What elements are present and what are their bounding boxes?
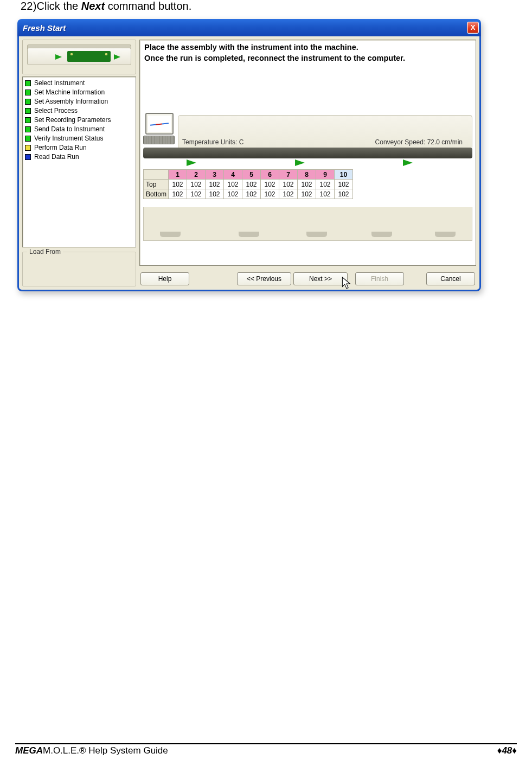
status-square-icon — [25, 99, 31, 105]
table-cell: 102 — [206, 180, 224, 189]
table-cell: 102 — [169, 189, 187, 199]
list-item: Select Instrument — [25, 79, 133, 88]
arrow-icon — [187, 159, 196, 166]
table-cell: 102 — [206, 189, 224, 199]
footer-left-bold: MEGA — [15, 745, 43, 756]
instruction-pre: Click the — [37, 0, 81, 12]
machine-foot-icon — [160, 232, 181, 237]
monitor-icon — [143, 113, 177, 148]
instruction-post: command button. — [105, 0, 191, 12]
pcb-icon — [67, 51, 111, 62]
status-square-icon — [25, 145, 31, 151]
step-label: Read Data Run — [34, 152, 79, 162]
arrow-icon — [55, 54, 62, 60]
arrow-icon — [114, 54, 120, 60]
status-square-icon — [25, 117, 31, 123]
table-cell: 102 — [242, 180, 261, 189]
help-button[interactable]: Help — [140, 272, 189, 285]
button-label: Cancel — [440, 275, 460, 283]
previous-button[interactable]: << Previous — [237, 272, 291, 285]
table-row: Bottom 102 102 102 102 102 102 102 102 — [144, 189, 353, 199]
button-label: << Previous — [247, 275, 281, 283]
machine-foot-icon — [306, 232, 327, 237]
step-label: Send Data to Instrument — [34, 125, 105, 134]
zone-header: 6 — [261, 170, 279, 180]
machine-foot-icon — [371, 232, 392, 237]
table-row: 1 2 3 4 5 6 7 8 9 10 — [144, 170, 353, 180]
zone-header: 9 — [316, 170, 335, 180]
step-label: Verify Instrument Status — [34, 134, 103, 143]
arrow-icon — [295, 159, 305, 166]
step-list: Select Instrument Set Machine Informatio… — [22, 76, 136, 247]
conveyor-speed-label: Conveyor Speed: 72.0 cm/min — [375, 138, 463, 146]
load-from-label: Load From — [27, 248, 63, 256]
page-footer: MEGAM.O.L.E.® Help System Guide ♦48♦ — [15, 743, 517, 756]
status-square-icon — [25, 108, 31, 114]
row-label: Top — [144, 180, 169, 189]
table-cell: 102 — [224, 180, 242, 189]
dialog-window: Fresh Start X Select Instrument — [17, 19, 481, 291]
step-label: Perform Data Run — [34, 143, 87, 152]
temp-units-label: Temperature Units: C — [182, 138, 243, 146]
zone-header: 10 — [335, 170, 353, 180]
zone-header: 8 — [298, 170, 316, 180]
list-item: Set Machine Information — [25, 88, 133, 97]
step-illustration — [22, 40, 136, 74]
next-button[interactable]: Next >> — [293, 272, 348, 285]
step-label: Set Assembly Information — [34, 97, 108, 106]
arrow-icon — [403, 159, 413, 166]
button-label: Help — [158, 275, 172, 283]
step-label: Set Machine Information — [34, 88, 105, 97]
zone-header: 3 — [206, 170, 224, 180]
zone-header: 1 — [169, 170, 187, 180]
footer-left-rest: M.O.L.E.® Help System Guide — [43, 745, 168, 756]
machine-diagram: Temperature Units: C Conveyor Speed: 72.… — [140, 115, 476, 265]
close-icon: X — [471, 23, 476, 31]
zone-header: 4 — [224, 170, 242, 180]
step-label: Select Process — [34, 106, 78, 116]
table-cell: 102 — [242, 189, 261, 199]
status-square-icon — [25, 136, 31, 142]
dialog-body: Select Instrument Set Machine Informatio… — [17, 36, 481, 291]
cancel-button[interactable]: Cancel — [426, 272, 475, 285]
sidebar: Select Instrument Set Machine Informatio… — [22, 40, 136, 286]
titlebar: Fresh Start X — [17, 19, 481, 36]
footer-page-number: ♦48♦ — [497, 745, 517, 756]
main-panel: Place the assembly with the instrument i… — [139, 40, 476, 286]
instruction-line: 22)Click the Next command button. — [21, 0, 511, 12]
table-cell: 102 — [169, 180, 187, 189]
row-label: Bottom — [144, 189, 169, 199]
table-cell: 102 — [279, 189, 298, 199]
machine-foot-icon — [435, 232, 456, 237]
table-cell: 102 — [335, 189, 353, 199]
table-cell: 102 — [261, 180, 279, 189]
instruction-number: 22) — [21, 0, 37, 12]
instruction-bold: Next — [81, 0, 105, 12]
step-label: Set Recording Parameters — [34, 116, 111, 125]
machine-base — [143, 207, 472, 241]
list-item: Perform Data Run — [25, 143, 133, 152]
status-square-icon — [25, 80, 31, 86]
list-item: Read Data Run — [25, 152, 133, 162]
zone-header: 2 — [187, 170, 206, 180]
finish-button: Finish — [355, 272, 404, 285]
list-item: Set Assembly Information — [25, 97, 133, 106]
status-square-icon — [25, 126, 31, 132]
close-button[interactable]: X — [467, 22, 479, 34]
zone-table: 1 2 3 4 5 6 7 8 9 10 — [143, 169, 353, 199]
table-cell: 102 — [335, 180, 353, 189]
table-cell: 102 — [224, 189, 242, 199]
table-cell: 102 — [316, 180, 335, 189]
list-item: Set Recording Parameters — [25, 116, 133, 125]
table-cell: 102 — [261, 189, 279, 199]
status-square-icon — [25, 90, 31, 95]
headline-line-2: Once the run is completed, reconnect the… — [144, 53, 471, 64]
machine-foot-icon — [239, 232, 259, 237]
table-cell: 102 — [298, 189, 316, 199]
table-cell: 102 — [187, 189, 206, 199]
button-label: Finish — [371, 275, 388, 283]
table-corner — [144, 170, 169, 180]
zone-header: 7 — [279, 170, 298, 180]
button-label: Next >> — [309, 275, 332, 283]
status-square-icon — [25, 154, 31, 160]
